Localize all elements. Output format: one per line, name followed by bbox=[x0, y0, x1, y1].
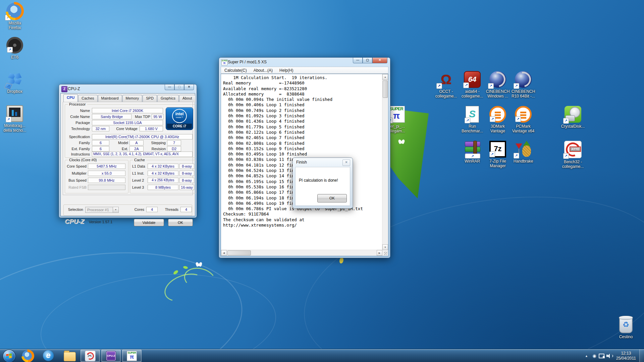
taskbar-clock[interactable]: 12:13 25/04/2011 bbox=[613, 351, 639, 361]
field-value: Intel Core i7 2600K bbox=[92, 108, 163, 113]
shortcut-arrow-icon: ↗ bbox=[563, 118, 569, 124]
scroll-down-icon[interactable]: ▼ bbox=[382, 244, 388, 250]
start-button[interactable] bbox=[3, 350, 16, 362]
volume-tray-icon[interactable] bbox=[605, 354, 613, 358]
dropbox-icon: ↗ bbox=[6, 71, 23, 88]
console-line-5: 0h 00m 00.406s Loop 1 finished bbox=[223, 102, 381, 108]
tab-1[interactable]: Caches bbox=[78, 95, 97, 102]
finish-ok-button[interactable]: OK bbox=[317, 194, 347, 202]
tab-3[interactable]: Memory bbox=[122, 95, 143, 102]
scroll-left-icon[interactable]: ◀ bbox=[221, 250, 227, 256]
shortcut-arrow-icon: ↗ bbox=[7, 47, 13, 53]
close-icon[interactable]: ✕ bbox=[342, 160, 350, 166]
superpi-titlebar[interactable]: SUPER π Super PI / mod1.5 XS — ▢ ✕ bbox=[219, 58, 390, 66]
shortcut-arrow-icon: ↗ bbox=[463, 82, 469, 88]
finish-dialog-titlebar[interactable]: Finish ✕ bbox=[293, 158, 353, 167]
snipping-tool-icon: ✂ bbox=[85, 351, 96, 361]
clock-time: 12:13 bbox=[616, 351, 636, 356]
selection-bar: Selection Processor #1▼ Cores 4 Threads … bbox=[63, 204, 192, 216]
desktop-icon-monitoring[interactable]: ↗ Monitorag...della tecno... bbox=[0, 105, 31, 133]
console-line-10: 0h 00m 02.122s Loop 6 finished bbox=[223, 130, 381, 135]
close-button[interactable]: ✕ bbox=[184, 84, 194, 90]
cpuz-tab-bar: CPUCachesMainboardMemorySPDGraphicsAbout bbox=[63, 95, 196, 102]
field-value: 4 x 32 KBytes bbox=[148, 171, 178, 176]
tab-0[interactable]: CPU bbox=[63, 94, 78, 103]
console-line-14: 0h 00m 03.495s Loop 10 finished bbox=[223, 152, 381, 157]
icon-label: R10 64Bit -... bbox=[507, 94, 539, 99]
taskbar-snipping-tool-button[interactable]: ✂ bbox=[80, 350, 100, 362]
console-line-11: 0h 00m 02.465s Loop 7 finished bbox=[223, 135, 381, 140]
aida64-icon: 64↗ bbox=[464, 71, 481, 88]
tab-2[interactable]: Mainboard bbox=[98, 95, 122, 102]
horizontal-scrollbar[interactable]: ◀ ▶ bbox=[221, 250, 382, 256]
group-legend: Cache bbox=[133, 158, 146, 162]
resize-grip[interactable] bbox=[382, 250, 388, 256]
taskbar-cpuz-button[interactable]: CPU-Z bbox=[101, 350, 121, 362]
desktop-icon-dropbox[interactable]: ↗ Dropbox bbox=[0, 71, 31, 94]
desktop-icon-cinebench-r10[interactable]: ↗ CINEBENCHR10 64Bit -... bbox=[507, 71, 539, 99]
group-legend: Processor bbox=[68, 102, 87, 106]
tab-5[interactable]: Graphics bbox=[157, 95, 179, 102]
field-value: Socket 1155 LGA bbox=[92, 120, 163, 125]
shortcut-arrow-icon: ↗ bbox=[5, 15, 11, 20]
taskbar-ie-icon[interactable]: e bbox=[43, 350, 54, 362]
icon-label: CrystalDisk... bbox=[557, 124, 589, 129]
field-value: 4 bbox=[180, 207, 192, 212]
network-tray-icon[interactable] bbox=[598, 354, 605, 358]
maximize-button[interactable]: ▢ bbox=[363, 58, 372, 63]
superpi-app-icon: SUPER π bbox=[221, 59, 227, 65]
atto-icon: ATTO↗ bbox=[564, 141, 582, 158]
field-label: Family bbox=[66, 141, 90, 145]
menu-item-0[interactable]: Calculate(C) bbox=[221, 68, 250, 73]
desktop-icon-recycle-bin[interactable]: ♻ Cestino bbox=[610, 316, 642, 339]
vertical-scroll-thumb[interactable] bbox=[383, 80, 388, 98]
wireless-tray-icon[interactable]: ◉ bbox=[591, 353, 598, 358]
tab-6[interactable]: About bbox=[179, 95, 196, 102]
ok-button[interactable]: OK bbox=[168, 219, 193, 226]
field-value: 7 bbox=[167, 140, 181, 145]
desktop-icon-firefox[interactable]: ↗ MozillaFirefox bbox=[0, 3, 31, 30]
minimize-button[interactable]: — bbox=[165, 84, 174, 90]
field-label: Bus Speed bbox=[66, 178, 87, 182]
desktop-icon-bench32-atto[interactable]: ATTO↗ Bench32 -collegame... bbox=[557, 141, 589, 169]
desktop-icon-pcmark-vantage[interactable]: ↗ PCMarkVantage x64 bbox=[507, 106, 539, 133]
shortcut-arrow-icon: ↗ bbox=[514, 83, 519, 89]
shortcut-arrow-icon: ↗ bbox=[465, 118, 470, 123]
icon-label: Manager bbox=[482, 164, 514, 168]
field-label: Ext. Family bbox=[66, 147, 90, 151]
vertical-scrollbar[interactable]: ▲ ▼ bbox=[382, 74, 388, 250]
console-line-27: The checksum can be validated at bbox=[223, 217, 381, 223]
validate-button[interactable]: Validate bbox=[134, 219, 164, 226]
scroll-right-icon[interactable]: ▶ bbox=[377, 250, 382, 256]
cpuz-cpu-tab-page: Processor Name Intel Core i7 2600K intel… bbox=[63, 102, 193, 195]
menu-item-2[interactable]: Help(H) bbox=[276, 68, 297, 73]
taskbar-firefox-icon[interactable] bbox=[22, 350, 34, 362]
field-label: Level 3 bbox=[132, 185, 147, 189]
shortcut-arrow-icon: ↗ bbox=[436, 83, 442, 89]
taskbar-superpi-button[interactable]: SUPERπ bbox=[122, 350, 142, 362]
cpuz-client-area: CPUCachesMainboardMemorySPDGraphicsAbout… bbox=[60, 93, 195, 216]
cpuz-titlebar[interactable]: Z CPU-Z — ▢ ✕ bbox=[59, 84, 197, 93]
menu-item-1[interactable]: About...(A) bbox=[250, 68, 276, 73]
minimize-button[interactable]: — bbox=[353, 58, 363, 63]
field-label: Rated FSB bbox=[66, 185, 87, 189]
monitor-icon: ↗ bbox=[6, 105, 23, 122]
tab-4[interactable]: SPD bbox=[143, 95, 157, 102]
processor-select[interactable]: Processor #1▼ bbox=[85, 207, 119, 213]
group-legend: Clocks (Core #0) bbox=[68, 158, 98, 162]
desktop-icon-handbrake[interactable]: ↗ Handbrake bbox=[507, 141, 539, 164]
icon-label: Firefox bbox=[0, 25, 31, 30]
show-desktop-button[interactable] bbox=[639, 349, 644, 362]
taskbar-explorer-icon[interactable] bbox=[64, 350, 75, 362]
desktop-icon-crystaldisk[interactable]: ↗ CrystalDisk... bbox=[557, 106, 589, 129]
horizontal-scroll-thumb[interactable] bbox=[227, 250, 251, 255]
close-button[interactable]: ✕ bbox=[372, 58, 387, 63]
field-value: 1.680 V bbox=[140, 126, 163, 131]
show-hidden-icons-button[interactable]: ▲ bbox=[582, 354, 591, 358]
field-value: 8-way bbox=[179, 178, 194, 183]
scroll-up-icon[interactable]: ▲ bbox=[382, 74, 388, 80]
desktop-icon-et6[interactable]: ↗ ET6 bbox=[0, 37, 31, 60]
icon-label: Bench32 - bbox=[557, 160, 589, 164]
winrar-books-icon: ↗ bbox=[464, 141, 481, 158]
maximize-button[interactable]: ▢ bbox=[174, 84, 184, 90]
